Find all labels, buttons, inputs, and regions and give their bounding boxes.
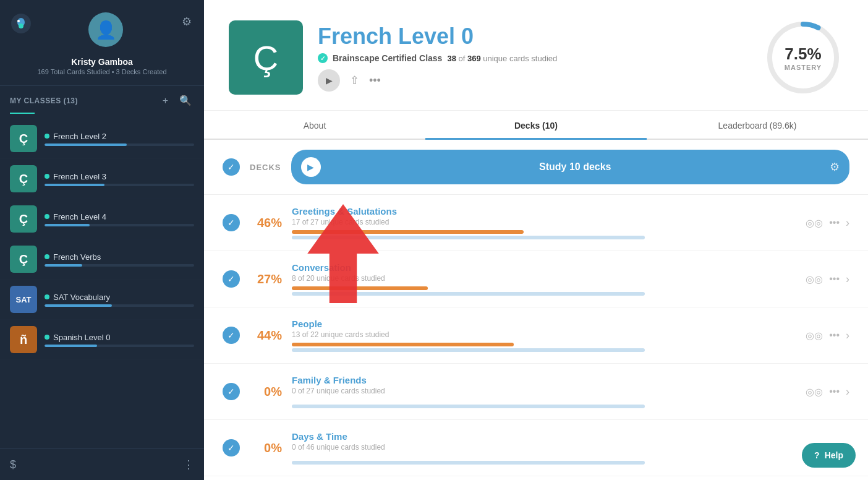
- status-dot: [45, 254, 49, 259]
- settings-button[interactable]: ⚙: [179, 12, 194, 31]
- class-name: SAT Vocabulary: [53, 293, 110, 302]
- deck-check[interactable]: ✓: [223, 270, 240, 288]
- status-dot: [45, 134, 49, 139]
- class-name: Spanish Level 0: [53, 333, 111, 342]
- study-play-icon: ▶: [301, 157, 321, 177]
- sidebar-item-french-level-2[interactable]: Ç French Level 2: [0, 119, 204, 159]
- play-button[interactable]: ▶: [318, 69, 340, 92]
- class-thumb: SAT: [10, 286, 37, 313]
- deck-cards: 0 of 27 unique cards studied: [292, 387, 796, 395]
- sidebar-item-french-verbs[interactable]: Ç French Verbs: [0, 239, 204, 280]
- deck-more-icon[interactable]: •••: [829, 330, 840, 341]
- classes-divider: [10, 113, 35, 114]
- billing-icon[interactable]: $: [10, 458, 16, 471]
- deck-check[interactable]: ✓: [223, 214, 240, 231]
- deck-name[interactable]: Family & Friends: [292, 375, 796, 385]
- progress-fill: [45, 224, 90, 226]
- preview-icon[interactable]: ◎◎: [806, 273, 823, 285]
- progress-bar: [292, 405, 645, 408]
- mastery-bar: [292, 230, 524, 234]
- sidebar-item-spanish-level-0[interactable]: ñ Spanish Level 0: [0, 320, 204, 360]
- deck-info: Greetings & Salutations 17 of 27 unique …: [292, 206, 796, 239]
- deck-chevron-icon[interactable]: ›: [846, 385, 849, 398]
- certified-count: 38 of 369 unique cards studied: [447, 54, 557, 63]
- sidebar-item-french-level-4[interactable]: Ç French Level 4: [0, 199, 204, 239]
- sidebar: 👤 ⚙ Kristy Gamboa 169 Total Cards Studie…: [0, 0, 204, 480]
- deck-chevron-icon[interactable]: ›: [846, 329, 849, 342]
- tab-about[interactable]: About: [204, 112, 425, 140]
- deck-actions: ◎◎ ••• ›: [806, 273, 849, 286]
- class-list: Ç French Level 2 Ç French Level 3: [0, 119, 204, 448]
- certified-icon: [318, 53, 328, 63]
- mastery-bar: [292, 286, 428, 290]
- progress-bar: [292, 348, 645, 352]
- progress-fill: [45, 304, 112, 307]
- class-thumb: Ç: [10, 165, 37, 192]
- course-thumbnail: Ç: [229, 20, 303, 95]
- certified-label: Brainscape Certified Class: [333, 53, 442, 63]
- tabs: About Decks (10) Leaderboard (89.6k): [204, 111, 868, 140]
- progress-bar: [45, 144, 194, 146]
- deck-name[interactable]: Greetings & Salutations: [292, 206, 796, 216]
- deck-check[interactable]: ✓: [223, 327, 240, 344]
- progress-bar: [45, 304, 194, 307]
- preview-icon[interactable]: ◎◎: [806, 330, 823, 341]
- deck-percent: 46%: [250, 216, 282, 230]
- progress-fill: [45, 345, 97, 347]
- deck-row: ✓ 0% Family & Friends 0 of 27 unique car…: [204, 364, 868, 420]
- tab-decks[interactable]: Decks (10): [425, 112, 647, 140]
- sidebar-item-sat-vocab[interactable]: SAT SAT Vocabulary: [0, 280, 204, 320]
- deck-row: ✓ 0% Days & Time 0 of 46 unique cards st…: [204, 420, 868, 476]
- sidebar-item-french-level-3[interactable]: Ç French Level 3: [0, 159, 204, 199]
- app-logo: [10, 12, 32, 35]
- course-header: Ç French Level 0 Brainscape Certified Cl…: [204, 0, 868, 111]
- course-info: French Level 0 Brainscape Certified Clas…: [318, 24, 748, 92]
- deck-info: Days & Time 0 of 46 unique cards studied: [292, 431, 796, 465]
- share-button[interactable]: ⇧: [350, 74, 359, 87]
- deck-percent: 0%: [250, 385, 282, 399]
- mastery-pct: 7.5%: [785, 45, 822, 64]
- preview-icon[interactable]: ◎◎: [806, 386, 823, 398]
- class-name: French Level 4: [53, 212, 106, 221]
- more-options-button[interactable]: •••: [369, 74, 381, 87]
- user-name: Kristy Gamboa: [71, 57, 133, 67]
- help-button[interactable]: ? Help: [802, 443, 856, 468]
- sidebar-header: 👤 ⚙ Kristy Gamboa 169 Total Cards Studie…: [0, 0, 204, 86]
- class-thumb: ñ: [10, 326, 37, 353]
- preview-icon[interactable]: ◎◎: [806, 217, 823, 229]
- status-dot: [45, 335, 49, 340]
- status-dot: [45, 214, 49, 219]
- user-stats: 169 Total Cards Studied • 3 Decks Create…: [37, 68, 166, 75]
- deck-more-icon[interactable]: •••: [829, 273, 840, 285]
- study-all-button[interactable]: ▶ Study 10 decks ⚙: [291, 150, 849, 184]
- course-certified: Brainscape Certified Class 38 of 369 uni…: [318, 53, 748, 63]
- select-all-check[interactable]: ✓: [223, 158, 240, 176]
- deck-info: Family & Friends 0 of 27 unique cards st…: [292, 375, 796, 408]
- my-classes-header: MY CLASSES (13) + 🔍: [0, 86, 204, 113]
- tab-leaderboard[interactable]: Leaderboard (89.6k): [647, 112, 868, 140]
- deck-check[interactable]: ✓: [223, 439, 240, 456]
- progress-bar: [292, 461, 645, 465]
- more-options-icon[interactable]: ⋮: [183, 458, 194, 471]
- deck-actions: ◎◎ ••• ›: [806, 329, 849, 342]
- deck-check[interactable]: ✓: [223, 383, 240, 400]
- class-thumb: Ç: [10, 205, 37, 233]
- progress-fill: [45, 264, 82, 267]
- deck-more-icon[interactable]: •••: [829, 217, 840, 228]
- progress-fill: [45, 184, 104, 186]
- deck-chevron-icon[interactable]: ›: [846, 273, 849, 286]
- deck-name[interactable]: People: [292, 319, 796, 329]
- deck-more-icon[interactable]: •••: [829, 386, 840, 397]
- progress-bar: [45, 264, 194, 267]
- deck-name[interactable]: Conversation: [292, 262, 796, 273]
- deck-info: People 13 of 22 unique cards studied: [292, 319, 796, 352]
- deck-name[interactable]: Days & Time: [292, 431, 796, 442]
- progress-bar: [45, 345, 194, 347]
- class-thumb: Ç: [10, 125, 37, 152]
- svg-point-3: [17, 20, 20, 22]
- deck-chevron-icon[interactable]: ›: [846, 216, 849, 229]
- add-class-button[interactable]: +: [160, 93, 171, 108]
- status-dot: [45, 174, 49, 179]
- my-classes-label: MY CLASSES (13): [10, 96, 78, 105]
- search-button[interactable]: 🔍: [177, 93, 194, 108]
